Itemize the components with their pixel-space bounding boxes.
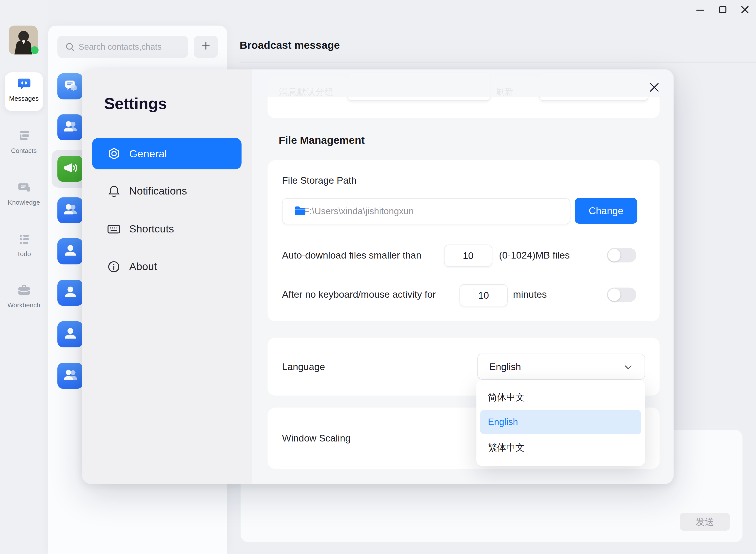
inactivity-minutes-input[interactable]: 10 (459, 284, 508, 306)
chat-item-broadcast-selected[interactable] (57, 156, 83, 182)
sidebar-item-label: Todo (0, 251, 48, 258)
app-window: Messages Contacts (0, 0, 756, 554)
settings-sidebar: Settings General Notification (82, 69, 252, 484)
megaphone-icon (62, 160, 78, 178)
online-status-dot (31, 46, 39, 54)
settings-menu-shortcuts[interactable]: Shortcuts (92, 216, 241, 243)
chat-item-person[interactable] (57, 321, 83, 347)
file-management-heading: File Management (278, 134, 365, 147)
sidebar-item-label: Messages (0, 95, 48, 102)
settings-menu-label: General (129, 148, 167, 160)
person-icon (62, 284, 78, 302)
auto-download-size-input[interactable]: 10 (444, 244, 492, 267)
search-icon (65, 42, 75, 53)
header-divider (240, 62, 756, 62)
storage-path-value: F:\Users\xinda\jishitongxun (304, 206, 414, 217)
auto-download-label: Auto-download files smaller than (282, 250, 421, 261)
inactivity-label: After no keyboard/mouse activity for (282, 289, 436, 300)
messages-icon (17, 84, 31, 92)
language-option-traditional-chinese[interactable]: 繁体中文 (480, 436, 641, 459)
language-option-english[interactable]: English (480, 410, 641, 434)
person-icon (62, 325, 78, 343)
add-chat-button[interactable] (194, 36, 218, 58)
storage-path-input[interactable]: F:\Users\xinda\jishitongxun (282, 198, 570, 224)
settings-title: Settings (104, 95, 167, 113)
option-label: English (488, 417, 518, 428)
folder-icon (294, 206, 306, 218)
search-input[interactable]: Search contacts,chats (57, 36, 188, 58)
maximize-icon (718, 5, 727, 16)
search-placeholder: Search contacts,chats (78, 42, 162, 52)
sidebar-item-messages[interactable]: Messages (0, 77, 48, 102)
close-icon[interactable] (648, 81, 660, 94)
send-button[interactable]: 发送 (680, 513, 730, 531)
change-path-button[interactable]: Change (575, 198, 637, 224)
chat-item-group[interactable] (57, 114, 83, 141)
toggle-knob (608, 289, 621, 301)
sidebar-item-contacts[interactable]: Contacts (0, 129, 48, 154)
sidebar-item-label: Workbench (0, 301, 48, 309)
settings-content: 消息默认分组 刷新 File Management File Storage P… (252, 69, 674, 484)
plus-icon (201, 41, 210, 52)
contacts-icon (17, 136, 31, 144)
language-dropdown: 简体中文 English 繁体中文 (477, 380, 645, 466)
bell-icon (107, 184, 121, 198)
knowledge-icon (17, 187, 31, 196)
chat-item-broadcast-list[interactable] (57, 73, 83, 100)
info-icon (107, 261, 121, 273)
storage-path-label: File Storage Path (282, 175, 357, 186)
close-window-icon (741, 5, 749, 16)
group-icon (62, 118, 78, 136)
settings-menu-label: About (129, 261, 157, 273)
settings-menu-label: Notifications (129, 185, 187, 197)
sidebar-item-label: Contacts (0, 147, 48, 154)
group-icon (62, 201, 78, 219)
language-label: Language (282, 361, 325, 372)
sidebar-item-workbench[interactable]: Workbench (0, 284, 48, 309)
settings-menu-notifications[interactable]: Notifications (92, 177, 241, 205)
person-icon (62, 242, 78, 261)
language-option-simplified-chinese[interactable]: 简体中文 (480, 386, 641, 409)
settings-menu-label: Shortcuts (129, 223, 174, 235)
modal-header-fade (252, 69, 674, 97)
group-icon (62, 367, 78, 385)
chat-lines-icon (63, 77, 78, 95)
keyboard-icon (107, 223, 121, 235)
auto-download-suffix: (0-1024)MB files (499, 250, 570, 261)
minimize-button[interactable] (695, 5, 705, 16)
file-management-card: File Storage Path F:\Users\xinda\jishito… (267, 160, 659, 321)
settings-menu-about[interactable]: About (92, 254, 241, 280)
auto-download-toggle[interactable] (607, 248, 637, 263)
settings-modal: Settings General Notification (82, 69, 674, 484)
sidebar-item-label: Knowledge (0, 199, 48, 206)
workbench-icon (17, 290, 31, 298)
close-window-button[interactable] (740, 5, 750, 16)
toggle-knob (608, 249, 621, 262)
window-scaling-label: Window Scaling (282, 433, 351, 444)
settings-menu-general[interactable]: General (92, 138, 241, 169)
chat-item-person[interactable] (57, 238, 83, 265)
page-title: Broadcast message (240, 39, 340, 52)
option-label: 繁体中文 (488, 441, 525, 454)
chevron-down-icon (624, 363, 632, 372)
sidebar-item-todo[interactable]: Todo (0, 232, 48, 258)
inactivity-toggle[interactable] (607, 288, 637, 302)
chat-item-person[interactable] (57, 280, 83, 306)
sidebar-item-knowledge[interactable]: Knowledge (0, 181, 48, 206)
chat-item-group[interactable] (57, 197, 83, 223)
language-select[interactable]: English (478, 353, 645, 380)
general-icon (107, 147, 121, 160)
todo-icon (17, 239, 31, 247)
maximize-button[interactable] (717, 5, 728, 16)
minimize-icon (696, 5, 704, 16)
option-label: 简体中文 (488, 391, 525, 404)
nav-rail: Messages Contacts (0, 0, 48, 554)
chat-item-group[interactable] (57, 363, 83, 389)
inactivity-suffix: minutes (513, 289, 547, 300)
language-selected-value: English (490, 361, 521, 372)
